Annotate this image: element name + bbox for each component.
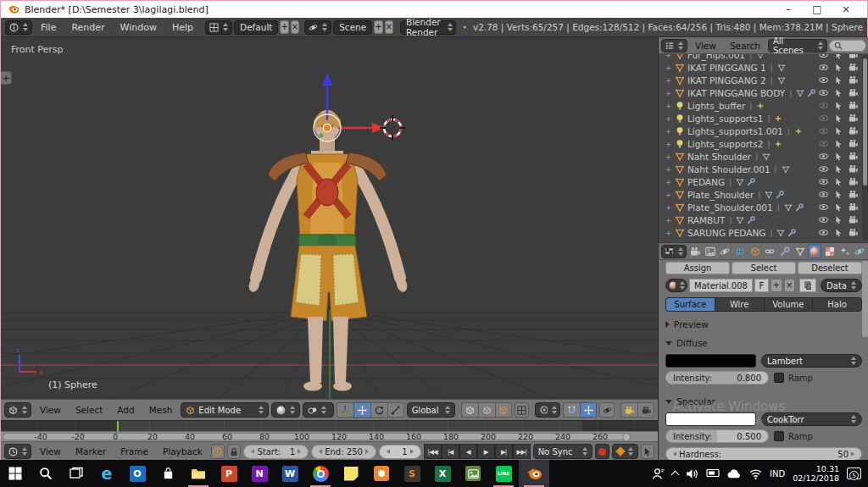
hide-icon[interactable] xyxy=(819,202,828,212)
expand-icon[interactable]: + xyxy=(665,127,672,136)
render-restrict-icon[interactable] xyxy=(849,228,858,237)
mode-select[interactable]: Edit Mode xyxy=(181,402,269,418)
selectable-icon[interactable] xyxy=(834,114,843,123)
display-icon[interactable] xyxy=(706,468,720,479)
action-center-icon[interactable]: 5 xyxy=(847,468,861,479)
orientation-select[interactable]: Global xyxy=(407,402,455,418)
snap-element-button[interactable] xyxy=(580,402,597,418)
tab-object[interactable] xyxy=(748,244,762,258)
cursor-3d[interactable] xyxy=(380,115,405,141)
object-name[interactable]: Lights_buffer xyxy=(687,101,745,111)
minimize-button[interactable]: – xyxy=(774,2,803,18)
selectable-icon[interactable] xyxy=(834,203,843,212)
render-restrict-icon[interactable] xyxy=(849,190,858,199)
expand-icon[interactable]: + xyxy=(665,89,672,97)
render-restrict-icon[interactable] xyxy=(849,152,858,161)
outliner-scrollbar[interactable] xyxy=(862,55,868,241)
render-restrict-icon[interactable] xyxy=(849,88,858,97)
render-engine-select[interactable]: Blender Render xyxy=(400,20,456,35)
outliner-row[interactable]: +Plate_Shoulder.001| xyxy=(659,201,861,213)
manipulator-axis-button[interactable] xyxy=(337,402,353,418)
scale-button[interactable] xyxy=(387,402,404,418)
menu-playback[interactable]: Playback xyxy=(157,446,209,457)
taskbar-file-explorer[interactable] xyxy=(183,460,214,487)
menu-window[interactable]: Window xyxy=(114,22,164,33)
taskbar-line[interactable]: LINE xyxy=(488,460,519,487)
viewport-shading-select[interactable] xyxy=(271,402,300,418)
tab-material[interactable] xyxy=(808,244,821,258)
selectable-icon[interactable] xyxy=(834,64,843,72)
tab-halo[interactable]: Halo xyxy=(812,297,862,312)
object-name[interactable]: Naht Shoulder.001 xyxy=(687,164,771,174)
decrement-arrow[interactable] xyxy=(387,449,390,454)
vertex-select-button[interactable] xyxy=(461,402,478,418)
panel-specular-header[interactable]: Specular xyxy=(665,395,862,408)
region-expand-tab[interactable]: + xyxy=(1,71,12,85)
task-view-button[interactable] xyxy=(61,460,92,487)
object-name[interactable]: Plate_Shoulder.001 xyxy=(687,202,773,213)
panel-diffuse-header[interactable]: Diffuse xyxy=(665,336,862,350)
outliner-row[interactable]: +IKAT PINGGANG BODY| xyxy=(659,86,861,99)
tab-object-data[interactable] xyxy=(793,244,807,258)
scrollbar-thumb[interactable] xyxy=(863,58,867,185)
diffuse-color-swatch[interactable] xyxy=(665,354,756,368)
outliner-row[interactable]: +Lights_supports2| xyxy=(659,137,861,150)
next-keyframe-button[interactable]: ▶| xyxy=(495,444,513,459)
taskbar-onenote[interactable]: N xyxy=(244,460,275,487)
character-model[interactable] xyxy=(248,110,409,391)
tab-particles[interactable] xyxy=(838,244,852,258)
tab-physics[interactable] xyxy=(853,244,866,258)
hide-icon[interactable] xyxy=(819,88,828,97)
outliner-row[interactable]: +IKAT PINGGANG 2| xyxy=(659,74,861,86)
hide-icon[interactable] xyxy=(819,152,828,161)
expand-icon[interactable]: + xyxy=(665,178,672,186)
editor-type-button[interactable] xyxy=(661,245,687,258)
select-button[interactable]: Select xyxy=(732,262,796,274)
add-material-button[interactable]: + xyxy=(771,279,782,292)
language-indicator[interactable]: IND xyxy=(770,469,785,479)
editor-type-button[interactable] xyxy=(661,39,687,53)
specular-color-swatch[interactable] xyxy=(665,412,756,426)
tab-constraints[interactable] xyxy=(763,244,776,258)
edge-select-button[interactable] xyxy=(478,402,495,418)
keying-set-select[interactable] xyxy=(612,444,638,459)
object-name[interactable]: Lights_supports1 xyxy=(687,113,763,124)
expand-icon[interactable]: + xyxy=(665,165,672,174)
maximize-button[interactable]: □ xyxy=(803,2,832,18)
render-restrict-icon[interactable] xyxy=(849,177,858,186)
menu-file[interactable]: File xyxy=(34,22,63,33)
render-restrict-icon[interactable] xyxy=(849,113,858,123)
expand-icon[interactable]: + xyxy=(665,203,672,212)
timeline-ruler[interactable]: -40 -20 0 20 40 60 80 100 120 140 160 18… xyxy=(1,431,658,441)
object-name[interactable]: IKAT PINGGANG 2 xyxy=(687,75,766,86)
frame-start-field[interactable]: Start: 1 xyxy=(243,445,309,459)
outliner-row[interactable]: +Lights_supports1.001| xyxy=(659,125,861,137)
selectable-icon[interactable] xyxy=(834,178,843,186)
hide-icon[interactable] xyxy=(819,215,828,224)
menu-render[interactable]: Render xyxy=(64,22,111,33)
menu-view[interactable]: View xyxy=(689,41,722,51)
record-button[interactable] xyxy=(595,444,609,459)
selectable-icon[interactable] xyxy=(834,165,843,174)
render-restrict-icon[interactable] xyxy=(849,215,858,224)
diffuse-ramp-checkbox[interactable] xyxy=(774,373,784,383)
screen-layout-field[interactable]: Default xyxy=(234,20,278,35)
selectable-icon[interactable] xyxy=(834,191,843,199)
add-layout-button[interactable]: + xyxy=(280,20,288,34)
hide-icon[interactable] xyxy=(819,126,828,136)
rotate-button[interactable] xyxy=(370,402,387,418)
hide-icon[interactable] xyxy=(819,190,828,199)
preview-range-button[interactable] xyxy=(211,444,225,459)
deselect-button[interactable]: Deselect xyxy=(798,262,862,274)
increment-arrow[interactable] xyxy=(851,451,854,457)
selectable-icon[interactable] xyxy=(834,216,843,224)
taskbar-clock[interactable]: 10.31 02/12/2018 xyxy=(793,464,839,483)
play-reverse-button[interactable]: ◀ xyxy=(459,444,477,459)
tab-render-layers[interactable] xyxy=(704,244,717,258)
hide-icon[interactable] xyxy=(819,75,828,85)
object-name[interactable]: IKAT PINGGANG BODY xyxy=(687,88,785,98)
tab-modifiers[interactable] xyxy=(778,244,792,258)
tab-volume[interactable]: Volume xyxy=(764,297,813,312)
pivot-select[interactable] xyxy=(303,402,333,418)
increment-arrow[interactable] xyxy=(298,449,301,454)
